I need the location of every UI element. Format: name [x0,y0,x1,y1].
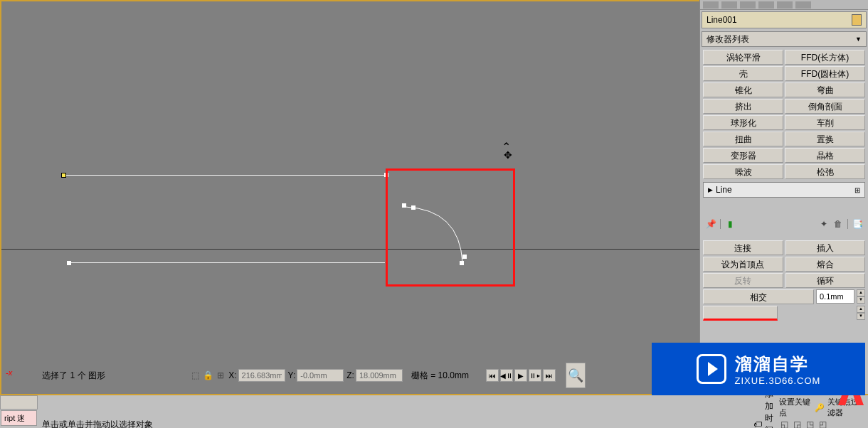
make-unique-icon[interactable]: ✦ [819,219,829,229]
modifier-extrude-button[interactable]: 挤出 [703,99,783,114]
modifier-twist-button[interactable]: 扭曲 [703,132,783,146]
motion-tab-icon[interactable] [758,1,774,9]
display-tab-icon[interactable] [777,1,793,9]
status-bar: ript 迷 选择了 1 个 图形 ⬚ 🔒 ⊞ X: Y: Z: [0,394,868,428]
modifier-spherify-button[interactable]: 球形化 [703,115,783,130]
modifier-displace-button[interactable]: 置换 [785,132,865,146]
panel-tabs [700,0,868,10]
object-name-field[interactable]: Line001 [702,11,867,28]
modifier-lathe-button[interactable]: 车削 [785,115,865,130]
horizon-line [1,249,699,250]
modifier-list-dropdown[interactable]: 修改器列表 ▼ [702,31,867,47]
spline-segment-2[interactable] [68,262,385,263]
hierarchy-tab-icon[interactable] [740,1,756,9]
z-coord-input[interactable] [356,369,403,382]
viewport-nav-icon[interactable]: ◰ [817,419,827,428]
object-name-text: Line001 [706,15,737,25]
reverse-button[interactable]: 反转 [703,273,783,288]
connect-button[interactable]: 连接 [703,240,783,255]
selection-status: 选择了 1 个 图形 [42,370,184,382]
show-result-icon[interactable]: ▮ [725,219,735,229]
vertex-handle[interactable] [67,261,71,265]
viewport-nav-icon[interactable]: ◱ [779,419,789,428]
modifier-stack[interactable]: ▶ Line ⊞ [703,182,865,198]
modifier-buttons-grid: 涡轮平滑 FFD(长方体) 壳 FFD(圆柱体) 锥化 弯曲 挤出 倒角剖面 球… [700,48,868,181]
configure-sets-icon[interactable]: 📑 [852,219,862,229]
modifier-morpher-button[interactable]: 变形器 [703,148,783,163]
modifier-shell-button[interactable]: 壳 [703,66,783,81]
tag-icon[interactable]: 🏷 [753,419,762,428]
modifier-bend-button[interactable]: 弯曲 [785,82,865,97]
z-label: Z: [346,370,354,380]
curve-segment[interactable] [404,204,467,267]
left-panel-button[interactable] [0,395,38,410]
curve-vertex[interactable] [402,203,406,208]
spline-segment-1[interactable] [66,175,386,176]
stack-options-icon[interactable]: ⊞ [854,186,860,194]
remove-modifier-icon[interactable]: 🗑 [833,219,843,229]
curve-handle[interactable] [462,255,467,259]
pin-icon[interactable]: 📌 [706,219,716,229]
spinner-up-icon[interactable]: ▲ [857,289,865,296]
expand-icon[interactable]: ▶ [708,186,713,193]
stack-toolbar: 📌 ▮ ✦ 🗑 📑 [700,216,868,232]
x-label: X: [228,370,236,380]
modifier-turbosmooth-button[interactable]: 涡轮平滑 [703,50,783,65]
prev-frame-icon[interactable]: ◀⏸ [500,369,513,382]
play-icon[interactable]: ▶ [514,369,527,382]
prompt-text: 单击或单击并拖动以选择对象 [42,419,369,429]
set-first-vertex-button[interactable]: 设为首顶点 [703,257,783,272]
create-tab-icon[interactable] [703,1,719,9]
next-frame-icon[interactable]: ⏸▶ [529,369,541,382]
modifier-lattice-button[interactable]: 晶格 [785,148,865,163]
x-coord-input[interactable] [238,369,285,382]
modifier-ffd-cyl-button[interactable]: FFD(圆柱体) [785,66,865,81]
watermark-title: 溜溜自学 [735,353,821,375]
key-icon[interactable]: 🔑 [815,403,825,412]
modify-tab-icon[interactable] [721,1,737,9]
modifier-relax-button[interactable]: 松弛 [785,164,865,179]
zoom-icon[interactable]: 🔍 [566,363,586,388]
time-controls: ⏮ ◀⏸ ▶ ⏸▶ ⏭ [480,369,561,382]
watermark-url: ZIXUE.3D66.COM [735,375,821,386]
modifier-bevel-profile-button[interactable]: 倒角剖面 [785,99,865,114]
selection-lock-icon[interactable]: ⬚ [190,370,200,380]
goto-end-icon[interactable]: ⏭ [543,369,556,382]
move-cursor-icon: ✥ [504,149,512,161]
parameter-rollout: 连接 插入 设为首顶点 熔合 反转 循环 相交 ▲ ▼ [700,232,868,323]
play-icon [697,354,726,384]
spinner-down-icon[interactable]: ▼ [857,296,865,304]
insert-button[interactable]: 插入 [785,240,866,255]
watermark-overlay: 溜溜自学 ZIXUE.3D66.COM [652,343,865,395]
cycle-button[interactable]: 循环 [785,273,866,288]
viewport-nav-icon[interactable]: ◲ [792,419,802,428]
spinner-down-icon[interactable]: ▼ [857,313,865,320]
y-label: Y: [288,370,296,380]
curve-handle[interactable] [411,205,416,210]
modifier-noise-button[interactable]: 噪波 [703,164,783,179]
chevron-down-icon: ▼ [855,36,862,43]
curve-vertex[interactable] [460,261,464,265]
goto-start-icon[interactable]: ⏮ [486,369,499,382]
y-coord-input[interactable] [297,369,344,382]
script-listener-button[interactable]: ript 迷 [1,410,37,426]
selected-vertex[interactable] [61,173,66,178]
utilities-tab-icon[interactable] [795,1,811,9]
set-key-button[interactable]: 设置关键点 [779,397,812,418]
intersect-value-input[interactable] [816,289,854,304]
lock-icon[interactable]: 🔒 [203,370,213,380]
modifier-taper-button[interactable]: 锥化 [703,82,783,97]
modifier-ffd-box-button[interactable]: FFD(长方体) [785,50,865,65]
axis-x-label: -x [6,368,12,377]
intersect-button[interactable]: 相交 [703,289,814,304]
spinner-up-icon[interactable]: ▲ [857,306,865,313]
absolute-mode-icon[interactable]: ⊞ [216,370,226,380]
highlighted-param-button[interactable] [703,306,778,321]
grid-size-label: 栅格 = 10.0mm [411,370,469,382]
fuse-button[interactable]: 熔合 [785,257,866,272]
stack-item-label: Line [716,185,732,195]
modifier-dropdown-label: 修改器列表 [706,33,749,46]
viewport-nav-icon[interactable]: ◳ [805,419,815,428]
object-color-swatch[interactable] [852,14,862,26]
